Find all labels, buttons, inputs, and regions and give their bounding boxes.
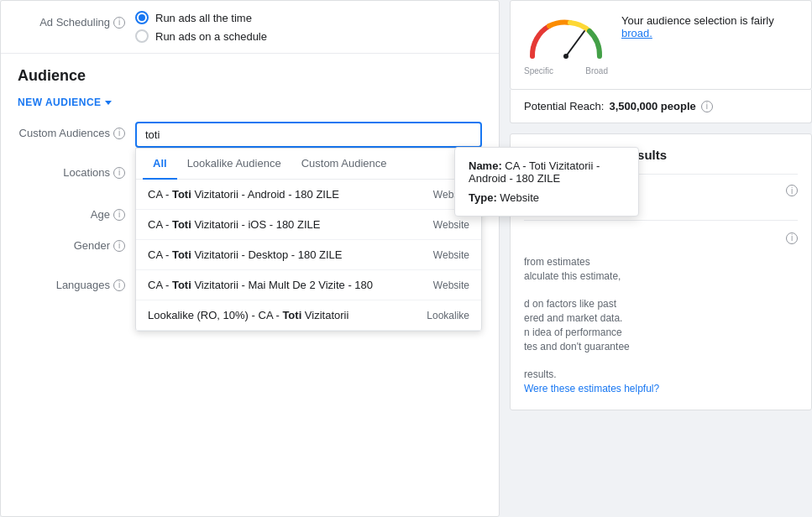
languages-info-icon[interactable]: i xyxy=(113,279,125,291)
run-schedule-label: Run ads on a schedule xyxy=(155,30,267,43)
custom-audiences-input[interactable] xyxy=(135,122,482,148)
dropdown-tabs: All Lookalike Audience Custom Audience xyxy=(136,149,481,180)
audience-title: Audience xyxy=(18,67,482,85)
run-always-radio[interactable] xyxy=(135,11,149,24)
custom-audiences-label: Custom Audiences i xyxy=(18,122,135,139)
age-info-icon[interactable]: i xyxy=(113,209,125,221)
audience-dropdown: All Lookalike Audience Custom Audience C… xyxy=(135,148,482,332)
gauge-svg xyxy=(524,14,608,65)
broad-link[interactable]: broad. xyxy=(621,27,652,39)
dropdown-item[interactable]: CA - Toti Vizitatorii - Desktop - 180 ZI… xyxy=(136,240,481,270)
specific-label: Specific xyxy=(524,66,553,76)
gender-label: Gender i xyxy=(18,234,135,252)
scheduling-info-icon[interactable]: i xyxy=(113,17,125,29)
custom-audiences-field: All Lookalike Audience Custom Audience C… xyxy=(135,122,482,148)
audience-tooltip: Name: CA - Toti Vizitatorii - Android - … xyxy=(454,147,639,217)
scheduling-options: Run ads all the time Run ads on a schedu… xyxy=(135,11,267,43)
dropdown-item[interactable]: CA - Toti Vizitatorii - Mai Mult De 2 Vi… xyxy=(136,270,481,300)
estimates-note: from estimates alculate this estimate, d… xyxy=(524,255,798,396)
audience-info: Your audience selection is fairly broad. xyxy=(621,14,798,39)
dropdown-item[interactable]: Lookalike (RO, 10%) - CA - Toti Vizitato… xyxy=(136,300,481,331)
gauge-widget: Specific Broad xyxy=(524,14,608,76)
locations-info-icon[interactable]: i xyxy=(113,167,125,179)
chevron-down-icon xyxy=(105,101,112,105)
dropdown-list: CA - Toti Vizitatorii - Android - 180 ZI… xyxy=(136,180,481,331)
age-label: Age i xyxy=(18,203,135,221)
tab-all[interactable]: All xyxy=(143,149,177,180)
tab-custom[interactable]: Custom Audience xyxy=(291,149,397,180)
reach-info-icon[interactable]: i xyxy=(786,185,798,196)
run-schedule-option[interactable]: Run ads on a schedule xyxy=(135,29,267,43)
run-always-label: Run ads all the time xyxy=(155,12,252,24)
tab-lookalike[interactable]: Lookalike Audience xyxy=(177,149,291,180)
custom-audiences-info-icon[interactable]: i xyxy=(113,128,125,139)
gauge-container xyxy=(524,14,608,65)
svg-point-1 xyxy=(563,54,568,59)
custom-audiences-row: Custom Audiences i All Lookalike Audienc… xyxy=(18,122,482,148)
dropdown-item[interactable]: CA - Toti Vizitatorii - Android - 180 ZI… xyxy=(136,180,481,210)
new-audience-button[interactable]: NEW AUDIENCE xyxy=(18,97,112,108)
potential-reach-value: 3,500,000 people xyxy=(609,100,695,112)
run-schedule-radio[interactable] xyxy=(135,29,149,43)
impressions-info-icon[interactable]: i xyxy=(786,232,798,244)
broad-label: Broad xyxy=(585,66,608,76)
potential-reach: Potential Reach: 3,500,000 people i xyxy=(510,90,812,123)
impressions-row: i xyxy=(524,220,798,245)
potential-reach-info-icon[interactable]: i xyxy=(701,101,713,112)
gauge-card: Specific Broad Your audience selection i… xyxy=(510,0,812,90)
helpful-link[interactable]: Were these estimates helpful? xyxy=(524,383,659,394)
languages-label: Languages i xyxy=(18,274,135,291)
dropdown-item[interactable]: CA - Toti Vizitatorii - iOS - 180 ZILE W… xyxy=(136,210,481,240)
run-always-option[interactable]: Run ads all the time xyxy=(135,11,267,24)
svg-line-0 xyxy=(566,31,584,56)
gender-info-icon[interactable]: i xyxy=(113,240,125,252)
locations-label: Locations i xyxy=(18,161,135,179)
potential-reach-label: Potential Reach: xyxy=(524,100,604,112)
scheduling-label: Ad Scheduling i xyxy=(18,11,135,29)
